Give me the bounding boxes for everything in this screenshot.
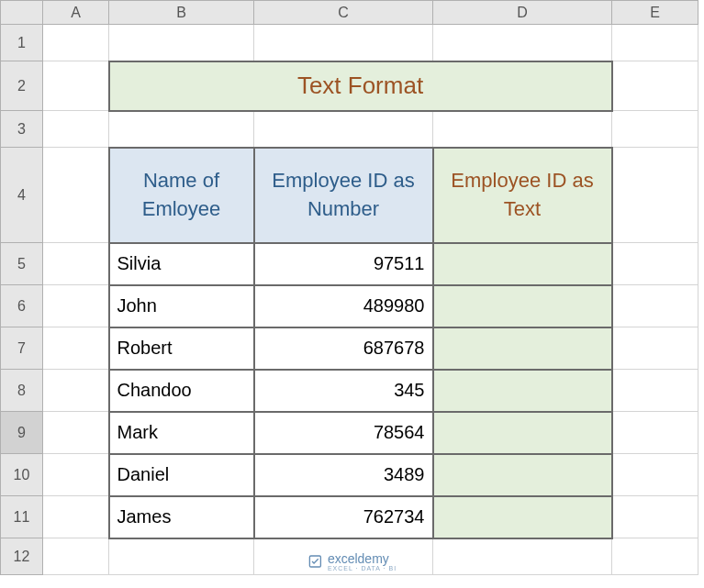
cell-name-5[interactable]: Daniel: [109, 454, 254, 496]
cell-name-0[interactable]: Silvia: [109, 243, 254, 285]
cell-E5[interactable]: [612, 243, 698, 285]
cell-B3[interactable]: [109, 111, 254, 148]
cell-E1[interactable]: [612, 25, 698, 61]
cell-E12[interactable]: [612, 538, 698, 575]
cell-E7[interactable]: [612, 327, 698, 370]
cell-id-3[interactable]: 345: [254, 370, 433, 412]
cell-A4[interactable]: [43, 148, 109, 243]
cell-E10[interactable]: [612, 454, 698, 496]
cell-A1[interactable]: [43, 25, 109, 61]
cell-idtext-4[interactable]: [433, 412, 612, 454]
row-header-6[interactable]: 6: [1, 285, 43, 327]
logo-icon: [307, 554, 322, 569]
cell-name-6[interactable]: James: [109, 496, 254, 538]
cell-D1[interactable]: [433, 25, 612, 61]
cell-A6[interactable]: [43, 285, 109, 327]
cell-E2[interactable]: [612, 61, 698, 111]
cell-E4[interactable]: [612, 148, 698, 243]
cell-E3[interactable]: [612, 111, 698, 148]
watermark-tag: EXCEL · DATA · BI: [328, 565, 397, 571]
cell-idtext-2[interactable]: [433, 327, 612, 370]
cell-id-5[interactable]: 3489: [254, 454, 433, 496]
select-all-corner[interactable]: [1, 1, 43, 25]
col-header-B[interactable]: B: [109, 1, 254, 25]
cell-A2[interactable]: [43, 61, 109, 111]
header-name[interactable]: Name of Emloyee: [109, 148, 254, 243]
row-header-9[interactable]: 9: [1, 412, 43, 454]
watermark: exceldemy EXCEL · DATA · BI: [307, 551, 397, 571]
spreadsheet-grid: A B C D E 1 2 Text Format 3 4 Name of Em…: [0, 0, 698, 575]
cell-A7[interactable]: [43, 327, 109, 370]
cell-id-0[interactable]: 97511: [254, 243, 433, 285]
cell-idtext-5[interactable]: [433, 454, 612, 496]
cell-idtext-3[interactable]: [433, 370, 612, 412]
cell-id-6[interactable]: 762734: [254, 496, 433, 538]
row-header-12[interactable]: 12: [1, 538, 43, 575]
cell-idtext-1[interactable]: [433, 285, 612, 327]
cell-A5[interactable]: [43, 243, 109, 285]
cell-A11[interactable]: [43, 496, 109, 538]
cell-C1[interactable]: [254, 25, 433, 61]
watermark-brand: exceldemy: [328, 551, 389, 566]
col-header-D[interactable]: D: [433, 1, 612, 25]
row-header-3[interactable]: 3: [1, 111, 43, 148]
row-header-4[interactable]: 4: [1, 148, 43, 243]
col-header-E[interactable]: E: [612, 1, 698, 25]
cell-name-4[interactable]: Mark: [109, 412, 254, 454]
cell-A12[interactable]: [43, 538, 109, 575]
cell-name-2[interactable]: Robert: [109, 327, 254, 370]
cell-E8[interactable]: [612, 370, 698, 412]
cell-idtext-6[interactable]: [433, 496, 612, 538]
cell-B12[interactable]: [109, 538, 254, 575]
cell-A3[interactable]: [43, 111, 109, 148]
header-id-number[interactable]: Employee ID as Number: [254, 148, 433, 243]
col-header-A[interactable]: A: [43, 1, 109, 25]
cell-C3[interactable]: [254, 111, 433, 148]
cell-E11[interactable]: [612, 496, 698, 538]
cell-name-1[interactable]: John: [109, 285, 254, 327]
cell-A9[interactable]: [43, 412, 109, 454]
cell-A10[interactable]: [43, 454, 109, 496]
cell-E9[interactable]: [612, 412, 698, 454]
cell-B1[interactable]: [109, 25, 254, 61]
cell-id-2[interactable]: 687678: [254, 327, 433, 370]
cell-D3[interactable]: [433, 111, 612, 148]
row-header-8[interactable]: 8: [1, 370, 43, 412]
cell-A8[interactable]: [43, 370, 109, 412]
row-header-2[interactable]: 2: [1, 61, 43, 111]
row-header-10[interactable]: 10: [1, 454, 43, 496]
row-header-5[interactable]: 5: [1, 243, 43, 285]
row-header-1[interactable]: 1: [1, 25, 43, 61]
cell-D12[interactable]: [433, 538, 612, 575]
watermark-text: exceldemy EXCEL · DATA · BI: [328, 551, 397, 571]
cell-id-1[interactable]: 489980: [254, 285, 433, 327]
cell-name-3[interactable]: Chandoo: [109, 370, 254, 412]
cell-id-4[interactable]: 78564: [254, 412, 433, 454]
title-cell[interactable]: Text Format: [109, 61, 612, 111]
cell-idtext-0[interactable]: [433, 243, 612, 285]
row-header-11[interactable]: 11: [1, 496, 43, 538]
col-header-C[interactable]: C: [254, 1, 433, 25]
header-id-text[interactable]: Employee ID as Text: [433, 148, 612, 243]
cell-E6[interactable]: [612, 285, 698, 327]
row-header-7[interactable]: 7: [1, 327, 43, 370]
